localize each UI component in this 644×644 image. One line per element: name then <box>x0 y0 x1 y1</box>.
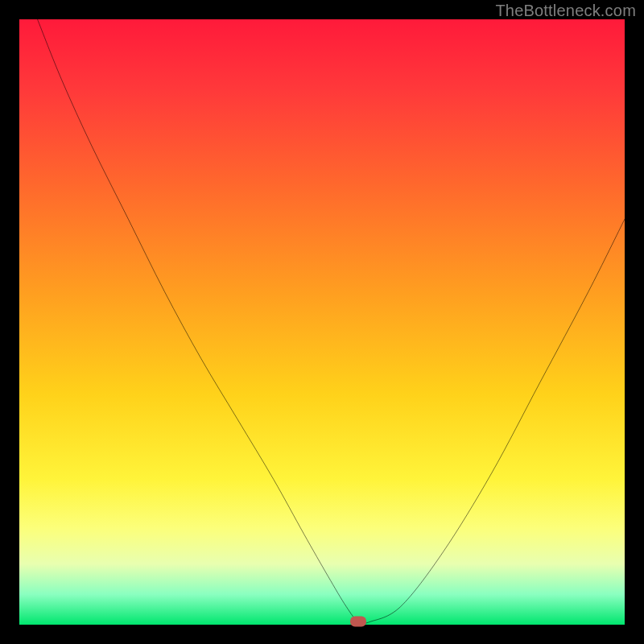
watermark-text: TheBottleneck.com <box>495 2 636 20</box>
bottleneck-curve <box>19 19 625 625</box>
optimal-marker <box>350 617 366 627</box>
chart-frame: TheBottleneck.com <box>0 0 644 644</box>
plot-area <box>19 19 625 625</box>
